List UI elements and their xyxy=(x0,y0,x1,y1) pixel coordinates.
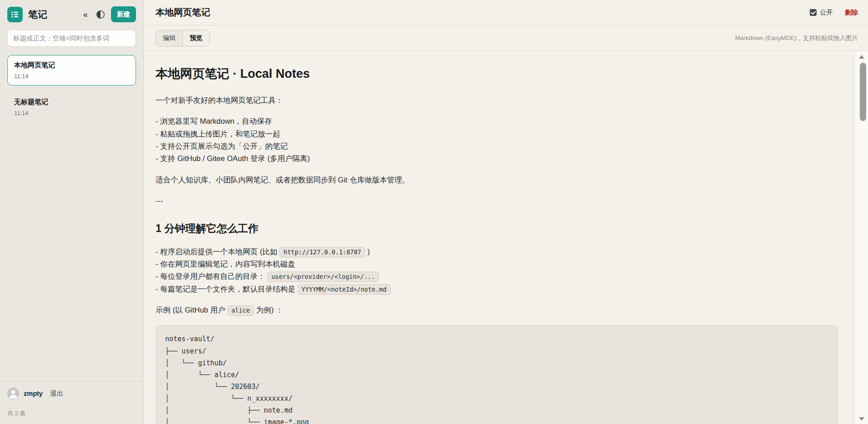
main-area: 本地网页笔记 公开 删除 编辑预览 Markdown (EasyMDE)，支持粘… xyxy=(144,0,868,424)
theme-toggle-button[interactable] xyxy=(94,8,107,21)
inline-code: YYYYMM/<noteId>/note.md xyxy=(298,284,391,295)
code-block: notes-vault/ ├── users/ │ └── github/ │ … xyxy=(156,325,838,424)
preview-pane: 本地网页笔记 · Local Notes一个对新手友好的本地网页笔记工具：- 浏… xyxy=(144,51,868,424)
app-logo-icon xyxy=(7,7,23,22)
view-mode-tabs: 编辑预览 xyxy=(156,30,210,46)
half-moon-icon xyxy=(96,10,105,19)
app-title: 笔记 xyxy=(28,8,47,21)
scrollbar xyxy=(854,51,868,424)
sidebar-header: 笔记 « 新建 xyxy=(0,0,143,28)
user-name: zmpty xyxy=(24,390,43,397)
public-checkbox[interactable] xyxy=(810,9,817,16)
note-item-time: 11:14 xyxy=(14,110,129,116)
scrollbar-thumb[interactable] xyxy=(860,63,866,121)
preview-paragraph: --- xyxy=(156,195,838,207)
preview-paragraph: 一个对新手友好的本地网页笔记工具： xyxy=(156,94,838,106)
preview-paragraph: 适合个人知识库、小团队内网笔记、或者把数据同步到 Git 仓库做版本管理。 xyxy=(156,174,838,186)
note-list-item[interactable]: 无标题笔记11:14 xyxy=(7,92,136,122)
markdown-hint: Markdown (EasyMDE)，支持粘贴或拖入图片 xyxy=(735,34,858,42)
delete-button[interactable]: 删除 xyxy=(845,8,858,17)
note-item-title: 本地网页笔记 xyxy=(14,61,129,70)
search-input[interactable] xyxy=(7,30,136,47)
note-item-time: 11:14 xyxy=(14,73,129,80)
scroll-down-arrow-icon[interactable] xyxy=(859,417,864,421)
scroll-up-arrow-icon[interactable] xyxy=(859,55,864,59)
note-item-title: 无标题笔记 xyxy=(14,98,129,106)
preview-paragraph: - 程序启动后提供一个本地网页 (比如 http://127.0.0.1:878… xyxy=(156,246,838,296)
preview-heading: 本地网页笔记 · Local Notes xyxy=(156,64,838,84)
preview-subheading: 1 分钟理解它怎么工作 xyxy=(156,220,838,237)
inline-code: http://127.0.0.1:8787 xyxy=(279,247,365,257)
search-wrap xyxy=(0,28,143,48)
sidebar: 笔记 « 新建 本地网页笔记11:14无标题笔记11:14 xyxy=(0,0,144,424)
user-row: zmpty 退出 xyxy=(7,388,136,399)
editor-toolbar: 编辑预览 Markdown (EasyMDE)，支持粘贴或拖入图片 xyxy=(144,25,868,51)
tab-edit[interactable]: 编辑 xyxy=(156,30,182,46)
inline-code: alice xyxy=(227,305,254,316)
notes-list: 本地网页笔记11:14无标题笔记11:14 xyxy=(0,48,143,381)
public-label: 公开 xyxy=(820,8,833,17)
collapse-sidebar-button[interactable]: « xyxy=(81,8,90,20)
inline-code: users/<provider>/<login>/... xyxy=(267,272,379,282)
note-title: 本地网页笔记 xyxy=(156,6,210,19)
app-window: 笔记 « 新建 本地网页笔记11:14无标题笔记11:14 xyxy=(0,0,868,424)
person-icon xyxy=(7,388,19,399)
avatar xyxy=(7,388,19,399)
main-body: 本地网页笔记 · Local Notes一个对新手友好的本地网页笔记工具：- 浏… xyxy=(144,51,868,424)
logout-link[interactable]: 退出 xyxy=(50,389,63,398)
note-list-item[interactable]: 本地网页笔记11:14 xyxy=(7,55,136,86)
tab-preview[interactable]: 预览 xyxy=(182,30,209,46)
main-header: 本地网页笔记 公开 删除 xyxy=(144,0,868,25)
public-toggle[interactable]: 公开 xyxy=(810,8,833,17)
new-note-button[interactable]: 新建 xyxy=(111,6,136,22)
preview-paragraph: 示例 (以 GitHub 用户 alice 为例) ： xyxy=(156,304,838,316)
sidebar-footer: zmpty 退出 共 2 条 xyxy=(0,381,143,424)
notes-list-icon xyxy=(10,10,20,19)
preview-paragraph: - 浏览器里写 Markdown，自动保存- 粘贴或拖拽上传图片，和笔记放一起-… xyxy=(156,115,838,165)
notes-count: 共 2 条 xyxy=(7,409,136,418)
